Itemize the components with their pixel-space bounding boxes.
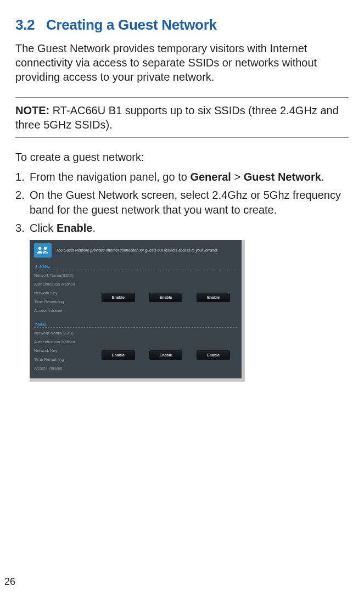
label-ssid-24: Network Name(SSID) — [34, 272, 94, 279]
step1-period: . — [321, 171, 324, 183]
band-24ghz-grid: Network Name(SSID) Authentication Method… — [30, 272, 242, 321]
buttons-col-5: Enable Enable Enable — [94, 330, 237, 372]
intro-paragraph: The Guest Network provides temporary vis… — [15, 41, 349, 84]
svg-point-0 — [38, 247, 42, 250]
step3-period: . — [92, 222, 96, 234]
note-body: RT-AC66U B1 supports up to six SSIDs (th… — [15, 104, 339, 131]
label-key-5: Network Key — [34, 348, 94, 354]
labels-col-5: Network Name(SSID) Authentication Method… — [34, 330, 94, 372]
screenshot-header: The Guest Network provides Internet conn… — [30, 240, 242, 263]
step1-general: General — [190, 171, 231, 183]
step1-guest-network: Guest Network — [244, 171, 321, 183]
section-number: 3.2 — [15, 16, 35, 33]
label-auth-24: Authentication Method — [34, 281, 94, 288]
label-ssid-5: Network Name(SSID) — [34, 330, 94, 337]
enable-button-24-2[interactable]: Enable — [149, 293, 183, 302]
band-5ghz-grid: Network Name(SSID) Authentication Method… — [30, 330, 242, 378]
section-heading: 3.2 Creating a Guest Network — [15, 16, 349, 34]
label-auth-5: Authentication Method — [34, 339, 94, 345]
step-3: Click Enable. — [15, 221, 349, 236]
label-access-5: Access Intranet — [34, 365, 94, 372]
router-screenshot: The Guest Network provides Internet conn… — [30, 240, 245, 382]
band-24ghz-label: 2.4GHz — [30, 263, 242, 270]
label-time-5: Time Remaining — [34, 356, 94, 363]
steps-list: From the navigation panel, go to General… — [15, 170, 349, 236]
label-time-24: Time Remaining — [34, 299, 94, 305]
step1-text-a: From the navigation panel, go to — [30, 171, 190, 183]
divider-24ghz — [34, 270, 237, 270]
label-key-24: Network Key — [34, 290, 94, 297]
enable-button-5-1[interactable]: Enable — [102, 350, 135, 360]
page-number: 26 — [4, 576, 15, 588]
step1-gt: > — [231, 171, 244, 183]
enable-button-24-3[interactable]: Enable — [197, 293, 230, 302]
step-2: On the Guest Network screen, select 2.4G… — [15, 188, 349, 217]
buttons-col-24: Enable Enable Enable — [94, 272, 237, 314]
screenshot-description: The Guest Network provides Internet conn… — [56, 248, 219, 253]
step-1: From the navigation panel, go to General… — [15, 170, 349, 185]
note-label: NOTE: — [15, 104, 49, 116]
note-block: NOTE: RT-AC66U B1 supports up to six SSI… — [15, 97, 349, 138]
enable-button-5-3[interactable]: Enable — [197, 350, 230, 360]
label-access-24: Access Intranet — [34, 308, 94, 314]
divider-5ghz — [34, 327, 237, 328]
guest-network-icon — [34, 243, 52, 258]
enable-button-24-1[interactable]: Enable — [102, 293, 135, 302]
note-text: NOTE: RT-AC66U B1 supports up to six SSI… — [15, 103, 349, 132]
labels-col-24: Network Name(SSID) Authentication Method… — [34, 272, 94, 314]
band-5ghz-label: 5GHz — [30, 321, 242, 327]
howto-intro: To create a guest network: — [15, 150, 349, 164]
step3-text-a: Click — [30, 222, 57, 234]
svg-point-1 — [44, 247, 47, 250]
section-title-text: Creating a Guest Network — [46, 16, 217, 33]
enable-button-5-2[interactable]: Enable — [149, 350, 183, 360]
step3-enable: Enable — [57, 222, 93, 234]
